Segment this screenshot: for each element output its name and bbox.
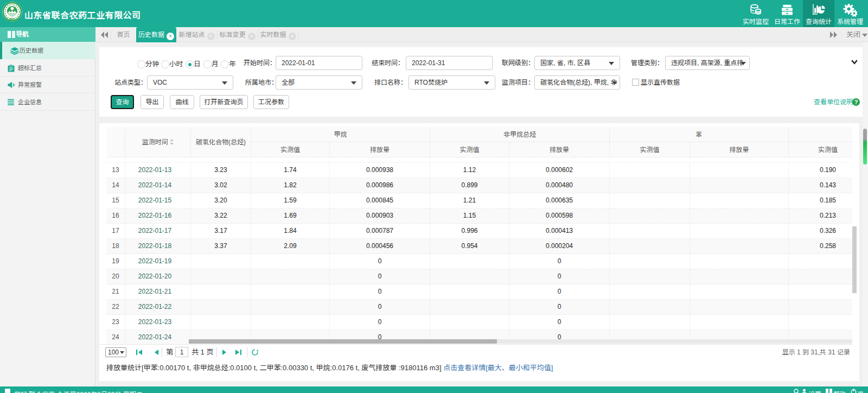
svg-text:MEE: MEE xyxy=(10,18,15,21)
